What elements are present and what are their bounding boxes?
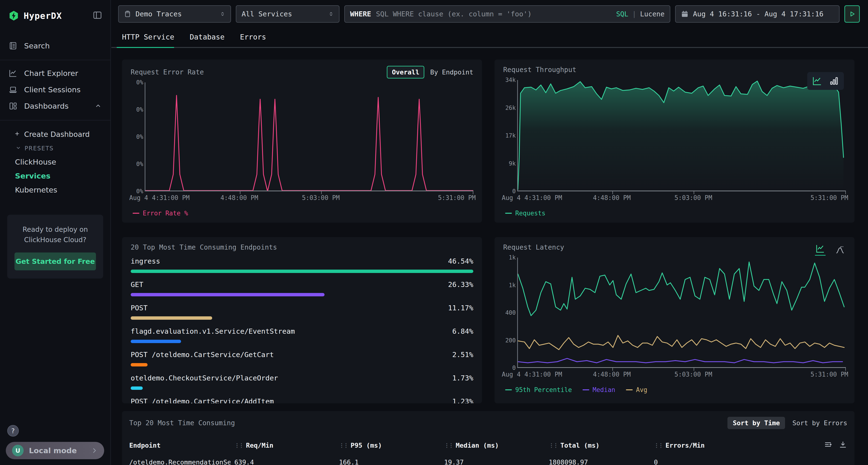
column-header-median[interactable]: ⋮⋮ Median (ms) <box>444 442 549 449</box>
cell-total: 1808098.97 <box>549 459 654 465</box>
sidebar: HyperDX Search Chart Explorer <box>0 0 111 465</box>
line-chart-icon[interactable] <box>815 244 826 256</box>
list-item[interactable]: GET26.33% <box>131 280 473 304</box>
tab-http-service[interactable]: HTTP Service <box>122 33 174 47</box>
hyperdx-logo-icon <box>8 10 19 21</box>
main-content: Demo Traces All Services WHERE SQL WHERE… <box>112 0 868 465</box>
sidebar-item-label: Chart Explorer <box>24 69 78 77</box>
preset-clickhouse[interactable]: ClickHouse <box>0 155 111 169</box>
chevron-right-icon <box>91 447 98 454</box>
legend-95th-percentile[interactable]: 95th Percentile <box>505 386 572 393</box>
y-axis-labels: 1k1k4002000 <box>503 258 517 368</box>
help-button[interactable]: ? <box>7 425 19 437</box>
dashboards-icon <box>9 102 18 110</box>
app-title: HyperDX <box>24 11 62 21</box>
get-started-button[interactable]: Get Started for Free <box>14 253 96 270</box>
error-rate-panel: Request Error Rate Overall By Endpoint 0… <box>122 60 482 223</box>
column-header-p95[interactable]: ⋮⋮ P95 (ms) <box>339 442 444 449</box>
column-header-errors-min[interactable]: ⋮⋮ Errors/Min <box>654 442 705 449</box>
panel-title: Request Throughput <box>503 66 576 74</box>
chart-type-toolbar <box>815 244 845 256</box>
line-chart-icon[interactable] <box>812 76 822 86</box>
legend-swatch <box>505 389 512 390</box>
time-range-picker[interactable]: Aug 4 16:31:16 - Aug 4 17:31:16 <box>675 5 840 23</box>
overall-toggle-button[interactable]: Overall <box>387 66 424 78</box>
panel-title: Request Error Rate <box>131 68 204 76</box>
throughput-panel: Request Throughput 34k26k17k9k0 <box>495 60 855 223</box>
play-icon <box>848 10 856 18</box>
sort-by-errors-button[interactable]: Sort by Errors <box>792 419 847 427</box>
plus-icon <box>14 130 20 138</box>
run-query-button[interactable] <box>844 5 860 23</box>
legend-error-rate[interactable]: Error Rate % <box>133 210 188 217</box>
sidebar-item-dashboards[interactable]: Dashboards <box>0 98 111 114</box>
service-select-value: All Services <box>242 10 292 18</box>
sidebar-item-chart-explorer[interactable]: Chart Explorer <box>0 65 111 81</box>
where-clause-input[interactable]: WHERE SQL WHERE clause (ex. column = 'fo… <box>344 5 670 23</box>
cell-endpoint: /oteldemo.RecommendationServ <box>129 459 230 465</box>
create-dashboard-label: Create Dashboard <box>24 130 90 138</box>
legend-median[interactable]: Median <box>583 386 615 393</box>
y-axis-labels: 34k26k17k9k0 <box>503 80 517 191</box>
sort-by-time-button[interactable]: Sort by Time <box>727 417 785 429</box>
sidebar-collapse-icon[interactable] <box>93 10 102 21</box>
list-item[interactable]: oteldemo.CheckoutService/PlaceOrder1.73% <box>131 374 473 397</box>
preset-services[interactable]: Services <box>0 169 111 183</box>
list-item[interactable]: POST11.17% <box>131 304 473 327</box>
create-dashboard-button[interactable]: Create Dashboard <box>0 127 111 141</box>
list-item[interactable]: ingress46.54% <box>131 257 473 280</box>
sidebar-item-search[interactable]: Search <box>0 38 111 54</box>
chart-type-toolbar <box>807 72 844 90</box>
search-logs-icon <box>9 41 18 50</box>
panel-title: 20 Top Most Time Consuming Endpoints <box>131 243 473 251</box>
throughput-chart[interactable] <box>517 80 846 191</box>
endpoints-table-panel: Top 20 Most Time Consuming Sort by Time … <box>122 411 855 465</box>
dashboard-tabs: HTTP Service Database Errors <box>112 33 868 48</box>
sidebar-item-label: Search <box>24 41 50 50</box>
list-item[interactable]: POST /oteldemo.CartService/GetCart2.51% <box>131 351 473 374</box>
chevron-up-icon <box>94 102 102 110</box>
time-range-value: Aug 4 16:31:16 - Aug 4 17:31:16 <box>693 10 824 18</box>
legend-requests[interactable]: Requests <box>505 210 546 217</box>
lucene-mode-toggle[interactable]: Lucene <box>640 10 664 18</box>
presets-toggle[interactable]: PRESETS <box>0 141 111 155</box>
drag-handle-icon[interactable]: ⋮⋮ <box>549 442 557 449</box>
drag-handle-icon[interactable]: ⋮⋮ <box>339 442 348 449</box>
source-select[interactable]: Demo Traces <box>118 5 231 23</box>
preset-kubernetes[interactable]: Kubernetes <box>0 183 111 197</box>
select-chevrons-icon <box>323 11 334 16</box>
service-select[interactable]: All Services <box>236 5 340 23</box>
select-chevrons-icon <box>215 11 225 16</box>
list-item[interactable]: POST /oteldemo.CartService/AddItem1.23% <box>131 397 473 403</box>
where-placeholder: SQL WHERE clause (ex. column = 'foo') <box>376 10 532 18</box>
sidebar-item-client-sessions[interactable]: Client Sessions <box>0 81 111 98</box>
sql-mode-toggle[interactable]: SQL <box>616 10 628 18</box>
x-axis-labels: Aug 4 4:31:00 PM 4:48:00 PM 5:03:00 PM 5… <box>145 191 473 202</box>
list-item[interactable]: flagd.evaluation.v1.Service/EventStream6… <box>131 327 473 351</box>
drag-handle-icon[interactable]: ⋮⋮ <box>235 442 243 449</box>
tab-database[interactable]: Database <box>190 33 225 47</box>
table-row[interactable]: /oteldemo.RecommendationServ 639.4 166.1… <box>129 459 847 465</box>
laptop-icon <box>9 85 18 94</box>
active-tab-indicator <box>117 47 174 48</box>
histogram-icon[interactable] <box>835 245 845 255</box>
presets-label: PRESETS <box>25 145 54 152</box>
table-rows-icon[interactable] <box>824 440 832 450</box>
legend-swatch <box>133 213 140 214</box>
by-endpoint-toggle-button[interactable]: By Endpoint <box>430 68 473 76</box>
drag-handle-icon[interactable]: ⋮⋮ <box>654 442 662 449</box>
column-header-req-min[interactable]: ⋮⋮ Req/Min <box>235 442 339 449</box>
column-header-endpoint[interactable]: Endpoint <box>129 442 235 449</box>
error-rate-chart[interactable] <box>145 82 473 191</box>
tab-errors[interactable]: Errors <box>240 33 266 47</box>
legend-avg[interactable]: Avg <box>626 386 647 393</box>
bar-chart-icon[interactable] <box>829 76 839 86</box>
drag-handle-icon[interactable]: ⋮⋮ <box>444 442 453 449</box>
latency-chart[interactable] <box>517 258 846 368</box>
account-menu[interactable]: U Local mode <box>6 442 104 459</box>
x-axis-labels: Aug 4 4:31:00 PM 4:48:00 PM 5:03:00 PM 5… <box>517 368 846 379</box>
download-csv-icon[interactable] <box>839 440 847 450</box>
column-header-total[interactable]: ⋮⋮ Total (ms) <box>549 442 654 449</box>
cell-median: 19.37 <box>444 459 549 465</box>
legend-swatch <box>505 213 512 214</box>
